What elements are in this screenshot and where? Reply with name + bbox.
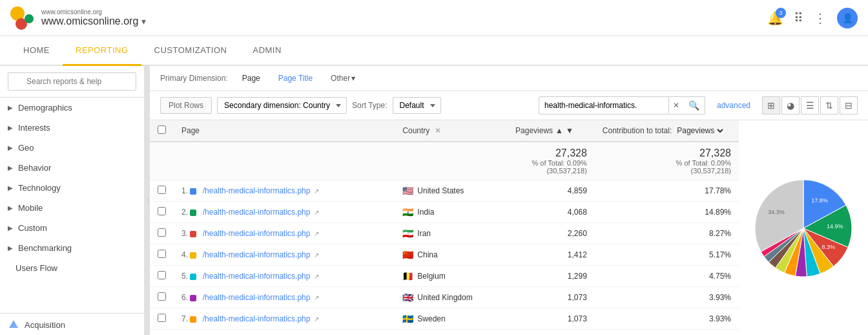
row-country-cell: 🇨🇳 China bbox=[395, 244, 508, 266]
sidebar-items: ▶ Demographics ▶ Interests ▶ Geo ▶ Behav… bbox=[0, 98, 144, 313]
filter-input[interactable] bbox=[539, 98, 668, 113]
tab-home[interactable]: HOME bbox=[10, 36, 63, 66]
sidebar-item-technology[interactable]: ▶ Technology bbox=[0, 178, 144, 198]
sort-type-select[interactable]: Default bbox=[393, 97, 441, 114]
row-pageviews-cell: 2,260 bbox=[508, 223, 595, 244]
row-checkbox[interactable] bbox=[158, 228, 166, 237]
user-avatar[interactable]: 👤 bbox=[837, 8, 858, 28]
advanced-button[interactable]: advanced bbox=[710, 98, 757, 113]
row-number: 5. bbox=[181, 272, 188, 281]
sidebar-item-demographics[interactable]: ▶ Demographics bbox=[0, 98, 144, 118]
plot-rows-button[interactable]: Plot Rows bbox=[160, 97, 212, 114]
row-checkbox[interactable] bbox=[158, 207, 166, 215]
col-pageviews1-header: Pageviews ▲ ▼ bbox=[508, 120, 595, 142]
page-link[interactable]: /health-medical-informatics.php bbox=[203, 314, 311, 323]
row-checkbox-cell bbox=[150, 180, 174, 202]
search-box: 🔍 bbox=[0, 66, 144, 98]
sidebar-item-mobile[interactable]: ▶ Mobile bbox=[0, 198, 144, 218]
select-all-checkbox[interactable] bbox=[158, 125, 166, 134]
pie-label-11: 34.3% bbox=[768, 208, 785, 215]
external-link-icon[interactable]: ↗ bbox=[314, 209, 319, 216]
dim-page-button[interactable]: Page bbox=[236, 71, 267, 85]
col-page-header: Page bbox=[174, 120, 395, 142]
sort-asc-icon[interactable]: ▲ bbox=[555, 126, 563, 135]
apps-button[interactable]: ⠿ bbox=[794, 10, 803, 26]
table-row: 1. /health-medical-informatics.php ↗ 🇺🇸 … bbox=[150, 180, 739, 202]
sidebar-item-geo[interactable]: ▶ Geo bbox=[0, 138, 144, 158]
contribution-select[interactable]: Pageviews bbox=[674, 125, 725, 136]
country-name-text: Iran bbox=[417, 229, 431, 238]
chevron-right-icon: ▶ bbox=[8, 164, 13, 171]
page-link[interactable]: /health-medical-informatics.php bbox=[203, 272, 311, 281]
row-number: 6. bbox=[181, 293, 188, 302]
page-link[interactable]: /health-medical-informatics.php bbox=[203, 208, 311, 217]
sidebar-item-custom[interactable]: ▶ Custom bbox=[0, 218, 144, 238]
table-row: 4. /health-medical-informatics.php ↗ 🇨🇳 … bbox=[150, 244, 739, 266]
row-checkbox[interactable] bbox=[158, 271, 166, 279]
page-link[interactable]: /health-medical-informatics.php bbox=[203, 293, 311, 302]
row-checkbox[interactable] bbox=[158, 292, 166, 301]
row-checkbox[interactable] bbox=[158, 250, 166, 258]
notifications-button[interactable]: 🔔 3 bbox=[767, 10, 783, 26]
tab-admin[interactable]: ADMIN bbox=[240, 36, 294, 66]
country-name-text: Sweden bbox=[417, 314, 445, 323]
sidebar-item-users-flow[interactable]: Users Flow bbox=[0, 258, 144, 278]
sidebar-item-benchmarking[interactable]: ▶ Benchmarking bbox=[0, 238, 144, 258]
row-checkbox[interactable] bbox=[158, 186, 166, 194]
tab-customization[interactable]: CUSTOMIZATION bbox=[141, 36, 240, 66]
view-compare-button[interactable]: ⇅ bbox=[820, 96, 838, 114]
sidebar-acquisition[interactable]: Acquisition bbox=[0, 313, 144, 335]
filter-clear-button[interactable]: ✕ bbox=[668, 98, 683, 113]
external-link-icon[interactable]: ↗ bbox=[314, 252, 319, 259]
sidebar-item-behavior[interactable]: ▶ Behavior bbox=[0, 158, 144, 178]
primary-dimension-toolbar: Primary Dimension: Page Page Title Other… bbox=[150, 66, 868, 91]
page-link[interactable]: /health-medical-informatics.php bbox=[203, 229, 311, 238]
page-link[interactable]: /health-medical-informatics.php bbox=[203, 250, 311, 259]
pie-label-0: 17.8% bbox=[811, 197, 828, 204]
notification-badge: 3 bbox=[776, 8, 786, 18]
resize-handle[interactable]: ⋮ bbox=[145, 66, 150, 335]
filter-search-button[interactable]: 🔍 bbox=[683, 97, 705, 114]
row-pageviews-cell: 4,068 bbox=[508, 202, 595, 223]
external-link-icon[interactable]: ↗ bbox=[314, 273, 319, 280]
country-flag-icon: 🇧🇪 bbox=[402, 271, 413, 281]
row-pageviews-cell: 4,859 bbox=[508, 180, 595, 202]
view-pie-button[interactable]: ◕ bbox=[781, 96, 800, 114]
external-link-icon[interactable]: ↗ bbox=[314, 188, 319, 195]
pie-label-2: 8.3% bbox=[822, 243, 835, 250]
country-remove-icon[interactable]: ✕ bbox=[435, 126, 441, 135]
table-row: 5. /health-medical-informatics.php ↗ 🇧🇪 … bbox=[150, 266, 739, 287]
dim-other-button[interactable]: Other ▾ bbox=[324, 71, 362, 85]
country-flag-icon: 🇬🇧 bbox=[402, 292, 413, 303]
view-table-button[interactable]: ⊞ bbox=[762, 96, 780, 114]
row-contribution-cell: 14.89% bbox=[595, 202, 739, 223]
country-name-text: United Kingdom bbox=[417, 293, 472, 302]
dim-page-title-button[interactable]: Page Title bbox=[272, 71, 319, 85]
header-right: 🔔 3 ⠿ ⋮ 👤 bbox=[767, 8, 858, 28]
secondary-dimension-select[interactable]: Secondary dimension: Country bbox=[217, 97, 347, 114]
row-checkbox[interactable] bbox=[158, 314, 166, 322]
external-link-icon[interactable]: ↗ bbox=[314, 230, 319, 237]
row-page-cell: 4. /health-medical-informatics.php ↗ bbox=[174, 244, 395, 266]
external-link-icon[interactable]: ↗ bbox=[314, 316, 319, 323]
dropdown-arrow-icon[interactable]: ▾ bbox=[141, 16, 146, 27]
row-number: 1. bbox=[181, 186, 188, 195]
country-name-text: India bbox=[417, 208, 434, 217]
sidebar-item-interests[interactable]: ▶ Interests bbox=[0, 118, 144, 138]
pie-chart-container: 17.8%14.9%8.3%34.3% bbox=[739, 120, 868, 335]
col-contribution-header: Contribution to total: Pageviews bbox=[595, 120, 739, 142]
page-link[interactable]: /health-medical-informatics.php bbox=[203, 186, 311, 195]
search-input[interactable] bbox=[8, 72, 136, 91]
row-number: 3. bbox=[181, 229, 188, 238]
view-pivot-button[interactable]: ⊟ bbox=[840, 96, 858, 114]
chevron-right-icon: ▶ bbox=[8, 124, 13, 131]
sort-desc-icon[interactable]: ▼ bbox=[566, 126, 574, 135]
row-color-indicator bbox=[190, 316, 196, 323]
table-row: 3. /health-medical-informatics.php ↗ 🇮🇷 … bbox=[150, 223, 739, 244]
tab-reporting[interactable]: REPORTING bbox=[63, 36, 141, 66]
more-options-button[interactable]: ⋮ bbox=[814, 10, 827, 26]
view-list-button[interactable]: ☰ bbox=[801, 96, 819, 114]
row-country-cell: 🇧🇪 Belgium bbox=[395, 266, 508, 287]
row-country-cell: 🇬🇧 United Kingdom bbox=[395, 287, 508, 308]
external-link-icon[interactable]: ↗ bbox=[314, 294, 319, 301]
